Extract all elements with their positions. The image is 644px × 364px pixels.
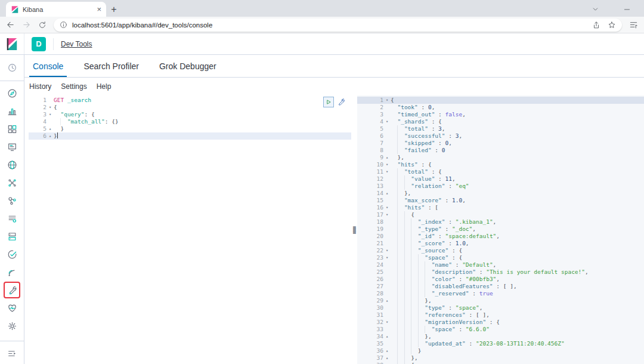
code-line[interactable]: 21"_score" : 1.0, bbox=[357, 240, 644, 247]
code-line[interactable]: 22▾"_source" : { bbox=[357, 247, 644, 254]
sidebar-item-apm[interactable] bbox=[5, 265, 19, 279]
site-info-icon[interactable] bbox=[60, 21, 67, 29]
sidebar-item-canvas[interactable] bbox=[5, 140, 19, 154]
fold-toggle-icon[interactable]: ▾ bbox=[383, 204, 391, 211]
fold-toggle-icon[interactable]: ▾ bbox=[383, 247, 391, 254]
code-line[interactable]: 5"total" : 3, bbox=[357, 125, 644, 132]
fold-toggle-icon[interactable]: ▴ bbox=[383, 347, 391, 354]
fold-toggle-icon[interactable]: ▾ bbox=[383, 254, 391, 261]
sidebar-item-infrastructure[interactable] bbox=[5, 229, 19, 243]
fold-toggle-icon[interactable]: ▴ bbox=[383, 354, 391, 362]
fold-toggle-icon[interactable]: ▾ bbox=[383, 211, 391, 218]
sidebar-item-logs[interactable] bbox=[5, 211, 19, 226]
code-line[interactable]: 35"updated_at" : "2023-08-13T11:20:40.45… bbox=[357, 340, 644, 347]
fold-toggle-icon[interactable]: ▴ bbox=[47, 125, 54, 132]
code-line[interactable]: 8"failed" : 0 bbox=[357, 147, 644, 154]
code-line[interactable]: 13"relation" : "eq" bbox=[357, 183, 644, 190]
request-editor[interactable]: 1GET _search2▾{3▾"query": {4"match_all":… bbox=[29, 95, 351, 364]
sidebar-item-collapse-navigation[interactable] bbox=[5, 346, 19, 360]
code-line[interactable]: 7"skipped" : 0, bbox=[357, 140, 644, 147]
kibana-logo[interactable] bbox=[0, 33, 24, 54]
chevron-down-icon[interactable] bbox=[592, 5, 599, 13]
forward-icon[interactable] bbox=[22, 20, 31, 29]
code-line[interactable]: 5▴} bbox=[29, 125, 351, 132]
space-avatar[interactable]: D bbox=[32, 37, 46, 51]
code-line[interactable]: 11▾"total" : { bbox=[357, 168, 644, 175]
code-line[interactable]: 19"_type" : "_doc", bbox=[357, 226, 644, 233]
code-line[interactable]: 36▴} bbox=[357, 347, 644, 354]
code-line[interactable]: 18"_index" : ".kibana_1", bbox=[357, 218, 644, 226]
code-line[interactable]: 6"successful" : 3, bbox=[357, 132, 644, 140]
minimize-button[interactable] bbox=[623, 5, 631, 13]
code-line[interactable]: 20"_id" : "space:default", bbox=[357, 233, 644, 240]
code-line[interactable]: 16▾"hits" : [ bbox=[357, 204, 644, 211]
sidebar-item-maps[interactable] bbox=[5, 158, 19, 172]
console-menu-settings[interactable]: Settings bbox=[61, 82, 86, 91]
sidebar-item-uptime[interactable] bbox=[5, 247, 19, 261]
code-line[interactable]: 24"name" : "Default", bbox=[357, 261, 644, 269]
code-line[interactable]: 37▴}, bbox=[357, 354, 644, 362]
code-line[interactable]: 32▾"migrationVersion" : { bbox=[357, 319, 644, 326]
fold-toggle-icon[interactable]: ▾ bbox=[383, 161, 391, 168]
send-request-button[interactable] bbox=[323, 97, 334, 107]
code-line[interactable]: 1▾{ bbox=[357, 97, 644, 104]
code-line[interactable]: 12"value" : 11, bbox=[357, 175, 644, 183]
sidebar-item-recently-viewed[interactable] bbox=[5, 60, 19, 75]
sidebar-item-discover[interactable] bbox=[5, 86, 19, 100]
code-line[interactable]: 23▾"space" : { bbox=[357, 254, 644, 261]
code-line[interactable]: 27"disabledFeatures" : [ ], bbox=[357, 283, 644, 290]
tab-search-profiler[interactable]: Search Profiler bbox=[80, 55, 143, 77]
fold-toggle-icon[interactable]: ▾ bbox=[383, 97, 391, 104]
response-viewer[interactable]: 1▾{2"took" : 0,3"timed_out" : false,4▾"_… bbox=[357, 95, 644, 364]
fold-toggle-icon[interactable]: ▾ bbox=[47, 111, 54, 118]
tab-console[interactable]: Console bbox=[29, 55, 67, 77]
bookmark-star-icon[interactable] bbox=[608, 21, 616, 29]
code-line[interactable]: 34▴}, bbox=[357, 333, 644, 340]
code-line[interactable]: 17▾{ bbox=[357, 211, 644, 218]
sidebar-item-monitoring[interactable] bbox=[5, 301, 19, 315]
browser-tab[interactable]: Kibana × bbox=[6, 2, 106, 17]
code-line[interactable]: 28"_reserved" : true bbox=[357, 290, 644, 297]
code-line[interactable]: 31"references" : [ ], bbox=[357, 311, 644, 319]
code-line[interactable]: 14▴}, bbox=[357, 190, 644, 197]
fold-toggle-icon[interactable]: ▾ bbox=[47, 104, 54, 111]
console-menu-help[interactable]: Help bbox=[97, 82, 112, 91]
sidebar-item-machine-learning[interactable] bbox=[5, 175, 19, 190]
code-line[interactable]: 6▴} bbox=[29, 132, 351, 140]
console-menu-history[interactable]: History bbox=[29, 82, 51, 91]
sidebar-item-graph[interactable] bbox=[5, 193, 19, 208]
sidebar-item-dashboard[interactable] bbox=[5, 122, 19, 136]
code-line[interactable]: 1GET _search bbox=[29, 97, 351, 104]
code-line[interactable]: 25"description" : "This is your default … bbox=[357, 269, 644, 276]
code-line[interactable]: 10▾"hits" : { bbox=[357, 161, 644, 168]
code-line[interactable]: 4"match_all": {} bbox=[29, 118, 351, 125]
code-line[interactable]: 2▾{ bbox=[29, 104, 351, 111]
sidebar-item-dev-tools[interactable] bbox=[5, 283, 19, 297]
code-line[interactable]: 9▴}, bbox=[357, 154, 644, 161]
address-bar[interactable]: localhost:5601/app/kibana#/dev_tools/con… bbox=[54, 18, 622, 32]
fold-toggle-icon[interactable]: ▴ bbox=[383, 297, 391, 304]
code-line[interactable]: 26"color" : "#00bfb3", bbox=[357, 276, 644, 283]
fold-toggle-icon[interactable]: ▾ bbox=[383, 118, 391, 125]
fold-toggle-icon[interactable]: ▾ bbox=[383, 319, 391, 326]
fold-toggle-icon[interactable]: ▴ bbox=[383, 190, 391, 197]
code-line[interactable]: 38{ bbox=[357, 362, 644, 364]
code-line[interactable]: 2"took" : 0, bbox=[357, 104, 644, 111]
breadcrumb-dev-tools[interactable]: Dev Tools bbox=[61, 40, 92, 48]
sidebar-item-management[interactable] bbox=[5, 319, 19, 333]
fold-toggle-icon[interactable]: ▴ bbox=[383, 154, 391, 161]
code-line[interactable]: 30"type" : "space", bbox=[357, 304, 644, 311]
sidebar-item-visualize[interactable] bbox=[5, 104, 19, 118]
code-line[interactable]: 15"max_score" : 1.0, bbox=[357, 197, 644, 204]
code-line[interactable]: 33"space" : "6.6.0" bbox=[357, 326, 644, 333]
code-line[interactable]: 29▴}, bbox=[357, 297, 644, 304]
reading-list-icon[interactable] bbox=[629, 20, 638, 29]
request-options-button[interactable] bbox=[337, 98, 345, 106]
close-tab-icon[interactable]: × bbox=[97, 5, 101, 14]
tab-grok-debugger[interactable]: Grok Debugger bbox=[156, 55, 220, 77]
code-line[interactable]: 4▾"_shards" : { bbox=[357, 118, 644, 125]
fold-toggle-icon[interactable]: ▾ bbox=[383, 168, 391, 175]
code-line[interactable]: 3"timed_out" : false, bbox=[357, 111, 644, 118]
fold-toggle-icon[interactable]: ▴ bbox=[47, 132, 54, 140]
new-tab-button[interactable]: + bbox=[106, 2, 122, 17]
